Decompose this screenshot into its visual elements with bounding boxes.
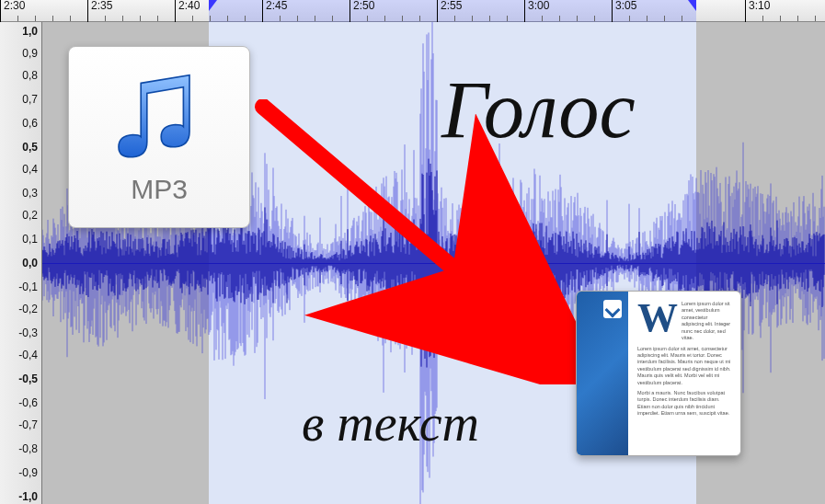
mp3-caption: MP3 (131, 174, 188, 205)
ruler-tick-minor (227, 16, 228, 21)
amp-label: -0,7 (1, 418, 38, 431)
ruler-tick-minor (280, 16, 281, 21)
amp-label: 0,5 (1, 141, 38, 154)
ruler-tick-minor (297, 16, 298, 21)
ruler-tick-minor (157, 16, 158, 21)
amp-label: 0,3 (1, 187, 38, 200)
ruler-tick-minor (542, 16, 543, 21)
amp-label: 0,4 (1, 163, 38, 176)
ruler-tick-minor (577, 16, 578, 21)
doc-paragraph: Lorem ipsum dolor sit amet, consectetur … (637, 346, 731, 387)
ruler-tick-minor (647, 16, 647, 21)
amp-label: -0,3 (1, 326, 38, 339)
ruler-tick: 2:30 (0, 0, 25, 22)
doc-dropcap: W (637, 301, 678, 336)
ruler-tick: 3:00 (524, 0, 549, 22)
amp-label: -0,4 (1, 349, 38, 361)
doc-paragraph: Morbi a mauris. Nunc faucibus volutpat t… (637, 390, 731, 418)
ruler-tick-minor (682, 16, 682, 21)
ruler-tick-minor (35, 16, 36, 21)
amp-label: 0,9 (1, 47, 38, 60)
amp-label: 1,0 (1, 25, 38, 38)
ruler-tick-minor (245, 16, 246, 21)
music-note-icon (109, 69, 210, 170)
ruler-tick-minor (210, 16, 211, 21)
ruler-tick: 2:40 (175, 0, 200, 22)
ruler-tick-minor (780, 16, 781, 21)
amp-label: 0,2 (1, 209, 38, 222)
ruler-tick-minor (367, 16, 368, 21)
amp-label: -1,0 (1, 490, 38, 503)
amplitude-ruler[interactable]: 1,00,90,80,70,60,50,40,30,20,10,0-0,1-0,… (0, 22, 42, 504)
ruler-tick-minor (454, 16, 455, 21)
ruler-tick-minor (384, 16, 385, 21)
ruler-tick-minor (105, 16, 106, 21)
ruler-tick-minor (629, 16, 630, 21)
ruler-tick-minor (122, 16, 123, 21)
timeline-ruler[interactable]: 2:302:352:402:452:502:553:003:053:103:1 (0, 0, 825, 22)
ruler-tick: 3:05 (612, 0, 636, 22)
ruler-tick: 2:45 (262, 0, 287, 22)
ruler-tick-minor (419, 16, 420, 21)
mp3-file-icon: MP3 (68, 46, 250, 228)
ruler-tick-minor (402, 16, 403, 21)
ruler-tick-minor (140, 16, 141, 21)
amp-label: 0,6 (1, 117, 38, 130)
ruler-tick-minor (664, 16, 665, 21)
ruler-tick-minor (17, 16, 18, 21)
doc-sidebar (577, 292, 628, 455)
ruler-tick-minor (594, 16, 595, 21)
selection-end-handle[interactable] (688, 0, 696, 11)
amp-label: 0,1 (1, 233, 38, 246)
doc-page: W Lorem ipsum dolor sit amet, vestibulum… (628, 292, 740, 455)
ruler-tick: 2:55 (437, 0, 462, 22)
selection-start-handle[interactable] (209, 0, 217, 11)
ruler-tick-minor (332, 16, 333, 21)
ruler-tick: 2:50 (349, 0, 374, 22)
ruler-tick-minor (472, 16, 473, 21)
document-icon: W Lorem ipsum dolor sit amet, vestibulum… (576, 291, 741, 456)
ruler-tick: 3:10 (745, 0, 770, 22)
amp-label: -0,5 (1, 372, 38, 385)
amp-label: 0,0 (1, 257, 38, 269)
ruler-tick-minor (559, 16, 560, 21)
ruler-tick: 2:35 (87, 0, 112, 22)
amp-label: -0,1 (1, 281, 38, 293)
amp-label: -0,6 (1, 396, 38, 409)
ruler-tick-minor (797, 16, 798, 21)
ruler-tick-minor (315, 16, 315, 21)
amp-label: 0,8 (1, 69, 38, 82)
ruler-tick-minor (507, 16, 508, 21)
amp-label: -0,9 (1, 466, 38, 479)
amp-label: -0,8 (1, 442, 38, 455)
amp-label: 0,7 (1, 93, 38, 106)
ruler-tick-minor (815, 16, 816, 21)
ruler-tick-minor (70, 16, 71, 21)
ruler-tick-minor (52, 16, 53, 21)
amp-label: -0,2 (1, 303, 38, 315)
ruler-tick-minor (762, 16, 763, 21)
ruler-tick-minor (489, 16, 490, 21)
ruler-tick-minor (192, 16, 193, 21)
